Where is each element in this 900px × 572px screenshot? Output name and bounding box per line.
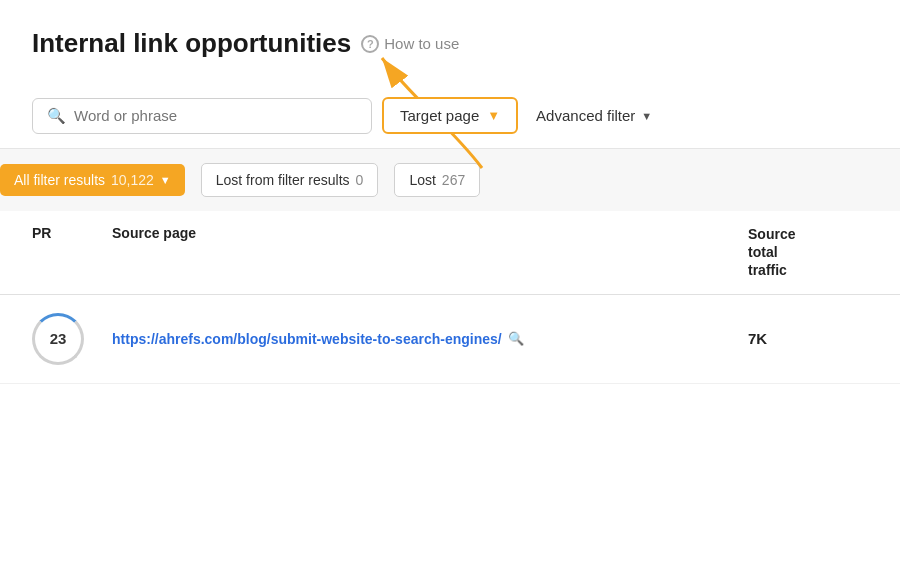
search-wrapper[interactable]: 🔍 [32,98,372,134]
table-header: PR Source page Sourcetotaltraffic [0,211,900,295]
filter-bar: 🔍 Target page ▼ Advanced filter ▼ [32,83,868,148]
tab-lost[interactable]: Lost 267 [394,163,480,197]
tab-all-filter-results[interactable]: All filter results 10,122 ▼ [0,164,185,196]
pr-circle: 23 [32,313,84,365]
search-link-icon: 🔍 [508,331,524,346]
tab-all-count: 10,122 [111,172,154,188]
source-url: https://ahrefs.com/blog/submit-website-t… [112,331,502,347]
target-page-label: Target page [400,107,479,124]
tab-lost-label: Lost [409,172,435,188]
tab-lost-count: 267 [442,172,465,188]
col-header-source: Source page [112,225,748,241]
tab-all-arrow-icon: ▼ [160,174,171,186]
tab-lost-from-filter[interactable]: Lost from filter results 0 [201,163,379,197]
col-header-traffic: Sourcetotaltraffic [748,225,868,280]
search-input[interactable] [74,107,357,124]
page-title: Internal link opportunities [32,28,351,59]
target-page-button[interactable]: Target page ▼ [382,97,518,134]
advanced-filter-button[interactable]: Advanced filter ▼ [536,107,652,124]
col-header-pr: PR [32,225,112,241]
search-icon: 🔍 [47,107,66,125]
table-row: 23 https://ahrefs.com/blog/submit-websit… [0,295,900,384]
cell-source-page: https://ahrefs.com/blog/submit-website-t… [112,331,748,347]
advanced-filter-label: Advanced filter [536,107,635,124]
advanced-filter-arrow-icon: ▼ [641,110,652,122]
tab-all-label: All filter results [14,172,105,188]
help-icon: ? [361,35,379,53]
tab-lost-filter-label: Lost from filter results [216,172,350,188]
pr-value: 23 [50,330,67,347]
how-to-use-link[interactable]: ? How to use [361,35,459,53]
cell-traffic: 7K [748,329,868,349]
cell-pr: 23 [32,313,112,365]
how-to-use-label: How to use [384,35,459,52]
target-page-arrow-icon: ▼ [487,108,500,123]
source-page-link[interactable]: https://ahrefs.com/blog/submit-website-t… [112,331,748,347]
table: PR Source page Sourcetotaltraffic 23 htt… [0,211,900,384]
tabs-row: All filter results 10,122 ▼ Lost from fi… [0,148,900,211]
page-header: Internal link opportunities ? How to use [32,28,868,59]
traffic-value: 7K [748,330,767,347]
tab-lost-filter-count: 0 [356,172,364,188]
